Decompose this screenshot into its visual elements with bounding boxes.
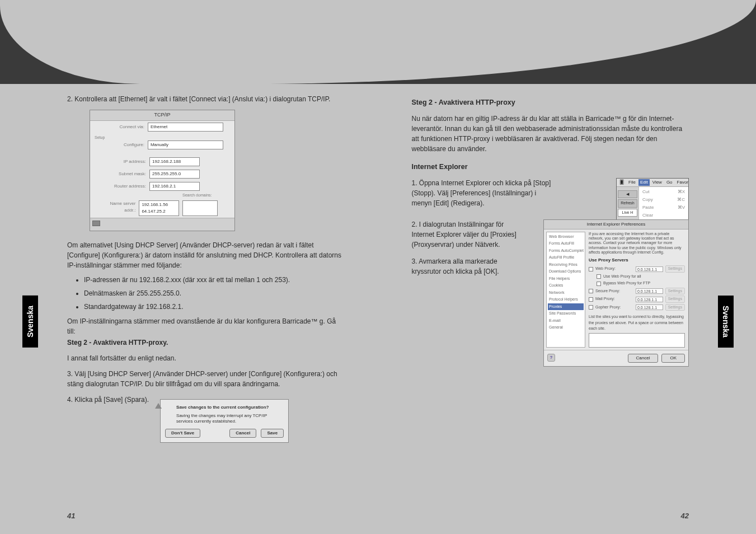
warning-icon: [155, 403, 162, 409]
mail-proxy-field[interactable]: 0.0.128.1.1: [636, 297, 663, 302]
step2-title: Steg 2 - Avaktivera HTTP-proxy: [412, 97, 689, 108]
back-button[interactable]: ◀: [618, 190, 637, 199]
left-step-4: 4. Klicka på [Save] (Spara).: [67, 395, 149, 405]
checkbox-secure[interactable]: [589, 289, 593, 293]
right-intro: Nu när datorn har en giltig IP-adress är…: [412, 114, 689, 154]
prefs-nav-item[interactable]: Site Passwords: [548, 310, 584, 317]
secure-proxy-label: Secure Proxy:: [595, 288, 633, 294]
gopher-proxy-row: Gopher Proxy: 0.0.128.1.1 Settings: [589, 304, 685, 311]
left-para-1: Om alternativet [Using DHCP Server] (Anv…: [67, 240, 345, 270]
prefs-nav-item[interactable]: Download Options: [548, 268, 584, 275]
menu-paste[interactable]: Paste⌘V: [640, 204, 687, 212]
tcpip-dialog-figure: TCP/IP Connect via: Ethernet Setup Confi…: [90, 110, 235, 231]
web-proxy-field[interactable]: 0.0.128.1.1: [636, 266, 663, 272]
checkbox-mail[interactable]: [589, 297, 593, 302]
ip-address-label: IP address:: [101, 158, 146, 165]
bypass-field[interactable]: [589, 333, 685, 348]
gopher-proxy-field[interactable]: 0.0.128.1.1: [636, 305, 663, 310]
prefs-ok-button[interactable]: OK: [661, 354, 685, 363]
dont-save-button[interactable]: Don't Save: [165, 429, 200, 438]
menu-go[interactable]: Go: [665, 179, 674, 186]
bypass-desc: List the sites you want to connect to di…: [589, 314, 685, 332]
secure-proxy-row: Secure Proxy: 0.0.128.1.1 Settings: [589, 288, 685, 295]
language-tab-left: Svenska: [22, 296, 38, 348]
left-para-2: Om IP-inställningarna stämmer med ovanst…: [67, 316, 345, 336]
menu-view[interactable]: View: [651, 179, 664, 186]
tcpip-title: TCP/IP: [90, 110, 234, 121]
web-proxy-row: Web Proxy: 0.0.128.1.1 Settings: [589, 265, 685, 273]
preferences-dialog-figure: Internet Explorer Preferences Web Browse…: [543, 219, 689, 367]
menu-favor[interactable]: Favor: [675, 179, 690, 186]
use-all-label: Use Web Proxy for all: [603, 274, 641, 280]
bullet-list: IP-adressen är nu 192.168.2.xxx (där xxx…: [67, 275, 345, 312]
prefs-nav-item[interactable]: Forms AutoComplete: [548, 247, 584, 255]
cancel-button[interactable]: Cancel: [229, 429, 256, 438]
left-step-3: 3. Välj [Using DHCP Server] (Använder DH…: [67, 369, 345, 389]
web-proxy-label: Web Proxy:: [595, 266, 633, 272]
url-field[interactable]: Live H: [618, 209, 637, 217]
prefs-nav: Web Browser Forms AutoFill Forms AutoCom…: [546, 232, 585, 348]
save-dialog-heading: Save changes to the current configuratio…: [165, 404, 284, 411]
save-dialog-desc: Saving the changes may interrupt any TCP…: [165, 413, 284, 425]
save-button[interactable]: Save: [261, 429, 284, 438]
search-domains-field[interactable]: [182, 200, 218, 216]
ip-address-value[interactable]: 192.168.2.188: [149, 157, 200, 166]
checkbox-web-proxy[interactable]: [589, 267, 593, 271]
refresh-button[interactable]: Refresh: [618, 199, 637, 208]
page-number-right: 42: [681, 512, 689, 520]
web-proxy-settings-button[interactable]: Settings: [665, 265, 685, 273]
prefs-main: If you are accessing the Internet from a…: [588, 229, 688, 350]
mail-proxy-settings-button[interactable]: Settings: [665, 296, 685, 303]
prefs-nav-item[interactable]: File Helpers: [548, 275, 584, 283]
tcpip-footer: [90, 218, 234, 231]
subnet-mask-label: Subnet mask:: [101, 171, 146, 177]
bullet-subnet: Delnätmasken är 255.255.255.0.: [84, 288, 345, 298]
secure-proxy-field[interactable]: 0.0.128.1.1: [636, 288, 663, 294]
right-step-1: 1. Öppna Internet Explorer och klicka på…: [412, 178, 557, 208]
prefs-nav-item[interactable]: General: [548, 324, 584, 331]
prefs-nav-item[interactable]: Protocol Helpers: [548, 296, 584, 303]
checkbox-gopher[interactable]: [589, 305, 593, 310]
info-icon[interactable]: [92, 221, 100, 226]
help-icon[interactable]: ?: [547, 354, 555, 362]
mail-proxy-row: Mail Proxy: 0.0.128.1.1 Settings: [589, 296, 685, 303]
prefs-nav-item[interactable]: Cookies: [548, 282, 584, 289]
prefs-nav-item[interactable]: AutoFill Profile: [548, 254, 584, 261]
language-tab-right: Svenska: [718, 296, 734, 348]
prefs-footer: ? Cancel OK: [544, 350, 688, 366]
menubar: 🂠 File Edit View Go Favor: [617, 179, 688, 187]
dns-value[interactable]: 192.168.1.56 64.147.25.2: [139, 200, 179, 216]
menu-copy[interactable]: Copy⌘C: [640, 196, 687, 204]
prefs-cat-files: Receiving Files: [548, 261, 584, 269]
page-number-left: 41: [67, 512, 75, 520]
header-curve: [0, 0, 756, 84]
bypass-ftp-label: Bypass Web Proxy for FTP: [603, 280, 650, 287]
menu-clear[interactable]: Clear: [640, 212, 687, 219]
bullet-ip: IP-adressen är nu 192.168.2.xxx (där xxx…: [84, 275, 345, 285]
checkbox-all[interactable]: [597, 274, 601, 279]
secure-proxy-settings-button[interactable]: Settings: [665, 288, 685, 295]
bullet-gateway: Standardgateway är 192.168.2.1.: [84, 302, 345, 312]
configure-value[interactable]: Manually: [148, 140, 223, 149]
prefs-cancel-button[interactable]: Cancel: [628, 354, 659, 363]
menu-cut[interactable]: Cut⌘X: [640, 188, 687, 196]
checkbox-ftp[interactable]: [597, 282, 601, 286]
prefs-cat-browser: Web Browser: [548, 233, 584, 241]
prefs-nav-item[interactable]: Forms AutoFill: [548, 240, 584, 247]
menu-edit[interactable]: Edit: [638, 179, 650, 186]
connect-via-value[interactable]: Ethernet: [148, 123, 223, 132]
gopher-proxy-settings-button[interactable]: Settings: [665, 304, 685, 311]
page-left: Svenska 2. Kontrollera att [Ethernet] är…: [0, 88, 378, 534]
subnet-mask-value[interactable]: 255.255.255.0: [149, 170, 200, 179]
apple-icon: 🂠: [618, 179, 626, 186]
router-address-label: Router address:: [101, 183, 146, 190]
bypass-ftp-row: Bypass Web Proxy for FTP: [589, 280, 685, 287]
router-address-value[interactable]: 192.168.2.1: [149, 182, 200, 191]
ie-title: Internet Explorer: [412, 162, 689, 172]
prefs-nav-proxies[interactable]: Proxies: [548, 303, 584, 311]
mail-proxy-label: Mail Proxy:: [595, 296, 633, 302]
right-step-3: 3. Avmarkera alla markerade kryssrutor o…: [412, 256, 524, 277]
prefs-cat-email: E-mail: [548, 317, 584, 325]
setup-label: Setup: [95, 135, 105, 141]
menu-file[interactable]: File: [627, 179, 637, 186]
